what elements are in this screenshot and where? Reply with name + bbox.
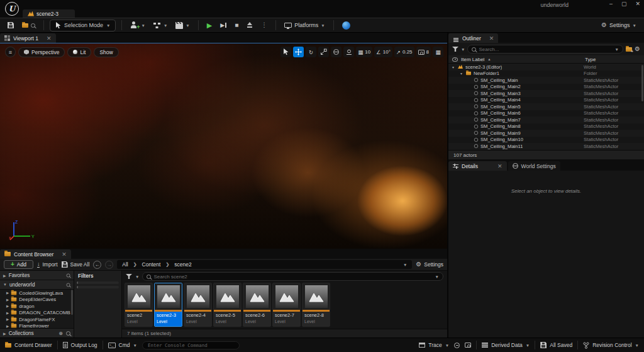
content-browser-settings-button[interactable]: ⚙Settings [416,261,443,268]
project-section-header[interactable]: ▼ underworld [0,280,74,290]
gear-icon[interactable]: ⚙ [635,46,640,52]
outliner-row[interactable]: SM_Ceiling_Main6 StaticMeshActor [448,110,644,117]
favorites-section-header[interactable]: ▶ Favorites [0,271,74,280]
outliner-row[interactable]: SM_Ceiling_Main7 StaticMeshActor [448,116,644,123]
filter-funnel-icon[interactable] [126,274,132,279]
add-button[interactable]: +Add [4,260,33,269]
blueprints-dropdown[interactable]: ▼ [151,21,170,30]
caret-right-icon[interactable]: ▶ [6,311,9,315]
caret-right-icon[interactable]: ▶ [6,304,9,308]
cinematics-dropdown[interactable]: ▼ [173,21,192,30]
outliner-row[interactable]: SM_Ceiling_Main10 StaticMeshActor [448,137,644,144]
folder-tree-item[interactable]: ▶ DragonFlameFX [0,316,74,323]
play-options-button[interactable]: ⋮ [258,21,270,30]
trace-server-button[interactable] [454,343,460,348]
outliner-row[interactable]: ▾ NewFolder1 Folder [448,71,644,77]
browse-content-button[interactable] [19,22,38,29]
caret-right-icon[interactable]: ▶ [6,317,9,321]
selection-mode-dropdown[interactable]: Selection Mode ▼ [50,20,116,31]
asset-search-input[interactable] [153,274,432,280]
save-button[interactable] [5,21,16,30]
chevron-down-icon[interactable]: ▼ [615,47,619,52]
asset-card[interactable]: scene2-6 Level [243,283,271,327]
asset-search-box[interactable]: ▼ [142,272,443,281]
rotate-tool-button[interactable]: ↻ [306,47,316,57]
expand-caret-icon[interactable]: ▾ [451,65,455,69]
minimize-icon[interactable]: – [609,1,613,7]
trace-dropdown[interactable]: Trace▼ [419,342,449,348]
trace-snapshot-button[interactable] [465,343,471,348]
item-label-column-header[interactable]: Item Label [461,57,484,62]
asset-card[interactable]: scene2-7 Level [272,283,301,327]
close-icon[interactable]: ✕ [497,163,502,169]
breadcrumb[interactable]: All ❯ Content ❯ scene2 ▼ [117,260,412,269]
outliner-row[interactable]: SM_Ceiling_Main9 StaticMeshActor [448,130,644,137]
folder-tree-item[interactable]: ▶ dragon [0,303,74,310]
content-browser-tab[interactable]: Content Browser ✕ [0,249,71,259]
filter-funnel-icon[interactable] [452,47,458,52]
folder-tree-item[interactable]: ▶ DeepElderCaves [0,297,74,304]
outliner-row[interactable]: ▾ scene2-3 (Editor) World [448,64,644,71]
folder-tree-item[interactable]: ▶ DRAGON_CATACOMB [0,310,74,317]
platforms-dropdown[interactable]: Platforms▼ [282,21,327,30]
rotation-snap-button[interactable]: ∠10° [374,47,392,57]
outliner-search-box[interactable]: ▼ [467,45,623,54]
show-dropdown[interactable]: Show [94,47,118,57]
maximize-viewport-button[interactable]: ▦ [433,47,443,57]
save-all-button[interactable]: Save All [62,261,90,268]
tree-scrollbar[interactable] [71,290,73,315]
stop-button[interactable]: ■ [232,21,241,30]
frame-skip-button[interactable]: ▶ [218,21,229,30]
perspective-dropdown[interactable]: Perspective [18,47,65,57]
outliner-row[interactable]: SM_Ceiling_Main8 StaticMeshActor [448,123,644,130]
type-column-header[interactable]: Type [585,57,640,62]
expand-caret-icon[interactable]: ▾ [459,71,464,76]
camera-speed-button[interactable]: 8 [416,47,431,57]
content-drawer-button[interactable]: Content Drawer [5,342,52,348]
collections-section-header[interactable]: ▶ Collections ⊕ [0,328,74,338]
breadcrumb-all[interactable]: All [122,261,128,268]
outliner-scrollbar[interactable] [641,65,643,101]
outliner-row[interactable]: SM_Ceiling_Main5 StaticMeshActor [448,103,644,110]
world-local-toggle-button[interactable] [331,47,341,57]
chevron-down-icon[interactable]: ▼ [435,275,439,279]
asset-card[interactable]: scene2-5 Level [213,283,242,327]
asset-card[interactable]: scene2-4 Level [184,283,212,327]
open-marketplace-button[interactable] [340,20,353,31]
filter-pill[interactable] [77,286,119,288]
close-icon[interactable]: ✕ [489,35,494,42]
outliner-row[interactable]: SM_Ceiling_Main3 StaticMeshActor [448,90,644,97]
asset-tab-scene2-3[interactable]: scene2-3 [23,9,75,18]
caret-right-icon[interactable]: ▶ [6,298,9,302]
select-tool-button[interactable] [280,47,291,57]
maximize-icon[interactable]: ▢ [621,1,627,7]
world-settings-tab[interactable]: World Settings [508,161,560,171]
caret-right-icon[interactable]: ▶ [6,324,9,328]
breadcrumb-scene2[interactable]: scene2 [174,261,191,268]
revision-control-dropdown[interactable]: Revision Control▼ [583,342,639,349]
asset-card[interactable]: scene2 Level [125,283,153,327]
grid-snap-button[interactable]: ▦10 [356,47,372,57]
chevron-down-icon[interactable]: ▼ [135,275,139,279]
viewport-3d[interactable]: ≡ Perspective Lit Show [0,43,447,249]
move-tool-button[interactable] [293,47,304,57]
import-button[interactable]: ↓Import [37,261,58,268]
outliner-row[interactable]: SM_Ceiling_Main11 StaticMeshActor [448,143,644,150]
console-command-box[interactable] [142,341,240,349]
close-icon[interactable]: ✕ [635,1,640,7]
search-icon[interactable] [66,331,70,336]
console-command-input[interactable] [148,343,234,348]
cmd-dropdown[interactable]: >_Cmd▼ [108,342,137,348]
close-icon[interactable]: ✕ [47,35,52,42]
play-button[interactable]: ▶ [204,21,214,30]
outliner-row[interactable]: SM_Ceiling_Main4 StaticMeshActor [448,97,644,104]
asset-card[interactable]: scene2-3 Level [154,283,182,327]
output-log-button[interactable]: Output Log [63,342,97,348]
add-collection-icon[interactable]: ⊕ [58,331,63,336]
chevron-down-icon[interactable]: ▼ [461,47,465,52]
scale-tool-button[interactable] [318,47,329,57]
settings-dropdown[interactable]: ⚙Settings▼ [599,21,639,30]
surface-snapping-button[interactable] [343,47,354,57]
back-button[interactable]: ← [93,261,101,269]
outliner-search-input[interactable] [479,47,612,52]
